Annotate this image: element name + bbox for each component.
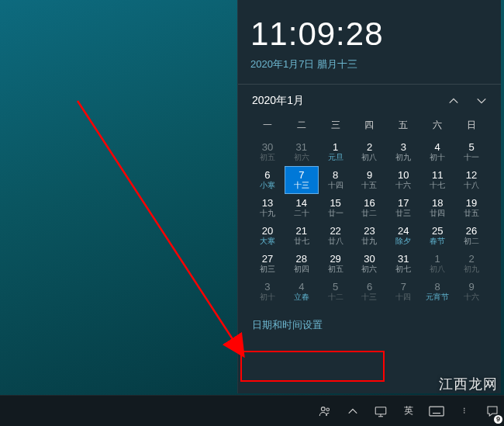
day-number: 7 <box>387 281 419 293</box>
prev-month-button[interactable] <box>448 95 459 106</box>
day-number: 19 <box>455 197 488 209</box>
tray-overflow-button[interactable] <box>344 396 361 427</box>
calendar-day[interactable]: 20大寒 <box>250 222 285 250</box>
calendar-day[interactable]: 25春节 <box>420 222 454 250</box>
weekday-header: 三 <box>319 114 353 138</box>
calendar-day[interactable]: 15廿一 <box>319 194 353 222</box>
calendar-day[interactable]: 8十四 <box>319 166 353 194</box>
day-number: 31 <box>387 253 419 265</box>
calendar-day[interactable]: 7十四 <box>386 278 420 306</box>
calendar-day[interactable]: 26初二 <box>454 222 488 250</box>
calendar-day[interactable]: 19廿五 <box>454 194 488 222</box>
day-number: 20 <box>251 225 284 237</box>
calendar-day[interactable]: 31初六 <box>285 138 319 166</box>
weekday-header: 一 <box>250 114 285 138</box>
taskbar: 英 ⁝ 9 <box>0 395 504 426</box>
calendar-day[interactable]: 1初八 <box>420 250 454 278</box>
people-button[interactable] <box>316 396 333 427</box>
day-sublabel: 初三 <box>251 265 284 274</box>
clock-date-link[interactable]: 2020年1月7日 腊月十三 <box>250 57 488 71</box>
day-sublabel: 十一 <box>455 153 488 162</box>
notification-center-button[interactable]: 9 <box>484 396 501 427</box>
calendar-day[interactable]: 3初九 <box>386 138 420 166</box>
day-sublabel: 初四 <box>285 265 318 274</box>
chevron-up-icon <box>347 406 358 417</box>
calendar-day[interactable]: 14二十 <box>285 194 319 222</box>
calendar-day[interactable]: 29初五 <box>319 250 353 278</box>
calendar-day[interactable]: 30初六 <box>353 250 387 278</box>
day-sublabel: 初六 <box>354 265 386 274</box>
calendar-day[interactable]: 6十三 <box>353 278 387 306</box>
people-icon <box>318 404 332 418</box>
day-number: 5 <box>319 281 352 293</box>
day-number: 2 <box>455 253 488 265</box>
day-number: 30 <box>354 253 386 265</box>
day-sublabel: 十九 <box>251 209 284 218</box>
day-sublabel: 廿七 <box>285 237 318 246</box>
month-label[interactable]: 2020年1月 <box>252 94 304 108</box>
month-nav <box>448 95 487 106</box>
calendar-day[interactable]: 21廿七 <box>285 222 319 250</box>
calendar-day[interactable]: 4立春 <box>285 278 319 306</box>
calendar-day[interactable]: 23廿九 <box>353 222 387 250</box>
calendar-day[interactable]: 16廿二 <box>353 194 387 222</box>
day-number: 6 <box>251 169 284 181</box>
ime-language-button[interactable]: 英 <box>400 396 417 427</box>
calendar-day[interactable]: 6小寒 <box>250 166 285 194</box>
day-number: 28 <box>285 253 318 265</box>
day-sublabel: 初八 <box>421 265 454 274</box>
notification-badge: 9 <box>494 415 502 424</box>
day-sublabel: 初五 <box>251 153 284 162</box>
calendar-day[interactable]: 2初八 <box>353 138 387 166</box>
calendar-day[interactable]: 28初四 <box>285 250 319 278</box>
network-button[interactable] <box>372 396 389 427</box>
calendar-day[interactable]: 17廿三 <box>386 194 420 222</box>
svg-point-0 <box>321 407 325 410</box>
calendar-day[interactable]: 31初七 <box>386 250 420 278</box>
day-number: 30 <box>251 141 284 153</box>
day-number: 5 <box>455 141 488 153</box>
ime-keyboard-button[interactable] <box>428 396 445 427</box>
calendar-day[interactable]: 1元旦 <box>319 138 353 166</box>
calendar-day[interactable]: 10十六 <box>386 166 420 194</box>
day-number: 29 <box>319 253 352 265</box>
calendar-day[interactable]: 5十二 <box>319 278 353 306</box>
calendar-day[interactable]: 13十九 <box>250 194 285 222</box>
calendar-day[interactable]: 3初十 <box>250 278 285 306</box>
day-number: 9 <box>455 281 488 293</box>
day-sublabel: 十八 <box>455 181 488 190</box>
day-sublabel: 廿四 <box>421 209 454 218</box>
day-sublabel: 元宵节 <box>421 293 454 302</box>
ime-options-button[interactable]: ⁝ <box>456 396 473 427</box>
day-number: 11 <box>421 169 454 181</box>
calendar-day-today[interactable]: 7十三 <box>285 166 319 194</box>
calendar-day[interactable]: 11十七 <box>420 166 454 194</box>
calendar-day[interactable]: 22廿八 <box>319 222 353 250</box>
day-sublabel: 十四 <box>387 293 419 302</box>
day-sublabel: 春节 <box>421 237 454 246</box>
weekday-header: 六 <box>420 114 454 138</box>
next-month-button[interactable] <box>476 95 487 106</box>
calendar-day[interactable]: 9十五 <box>353 166 387 194</box>
day-sublabel: 廿五 <box>455 209 488 218</box>
calendar-header: 2020年1月 <box>250 92 488 114</box>
calendar-day[interactable]: 18廿四 <box>420 194 454 222</box>
calendar-day[interactable]: 12十八 <box>454 166 488 194</box>
date-time-settings-link[interactable]: 日期和时间设置 <box>250 313 324 337</box>
system-tray: 英 ⁝ 9 <box>316 396 501 427</box>
calendar-day[interactable]: 8元宵节 <box>420 278 454 306</box>
day-number: 4 <box>285 281 318 293</box>
day-number: 15 <box>319 197 352 209</box>
keyboard-icon <box>429 406 444 417</box>
calendar-day[interactable]: 30初五 <box>250 138 285 166</box>
calendar-day[interactable]: 5十一 <box>454 138 488 166</box>
calendar-day[interactable]: 4初十 <box>420 138 454 166</box>
calendar-day[interactable]: 9十六 <box>454 278 488 306</box>
day-number: 26 <box>455 225 488 237</box>
calendar-day[interactable]: 27初三 <box>250 250 285 278</box>
calendar-day[interactable]: 24除夕 <box>386 222 420 250</box>
day-sublabel: 十五 <box>354 181 386 190</box>
day-sublabel: 二十 <box>285 209 318 218</box>
day-number: 16 <box>354 197 386 209</box>
calendar-day[interactable]: 2初九 <box>454 250 488 278</box>
